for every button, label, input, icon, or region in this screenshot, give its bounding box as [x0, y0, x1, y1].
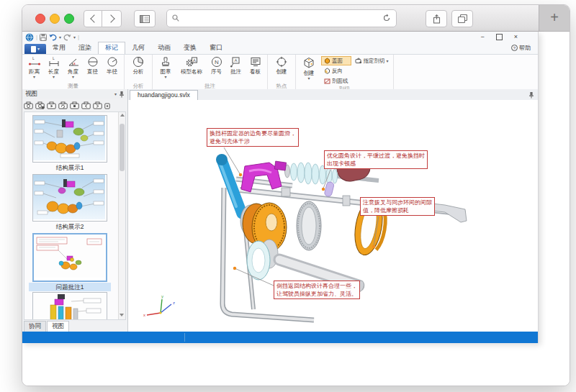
forward-button[interactable]: [102, 10, 122, 27]
tab-collaboration[interactable]: 协同: [24, 321, 46, 332]
thumbnail-image: [34, 234, 104, 278]
undo-dropdown-icon[interactable]: ▾: [59, 36, 61, 39]
zoom-traffic-light[interactable]: [64, 14, 74, 24]
status-bar: [22, 332, 538, 343]
tab-window[interactable]: 窗口: [203, 42, 229, 54]
maximize-button[interactable]: [496, 34, 503, 40]
save-icon[interactable]: [40, 34, 47, 41]
help-button[interactable]: ? 帮助: [511, 44, 531, 52]
reload-icon[interactable]: [382, 14, 391, 22]
length-button[interactable]: L 长度 ▾: [44, 55, 63, 78]
annotation-callout-3[interactable]: 注意拨叉与同步环间的间隙 值，降低摩擦损耗: [360, 197, 435, 216]
prev-view-icon[interactable]: [81, 101, 91, 109]
file-menu-button[interactable]: ▾: [24, 44, 46, 54]
analysis-icon: [132, 56, 145, 68]
thumbnail-scrollbar[interactable]: [118, 112, 125, 319]
tab-geometry[interactable]: 几何: [125, 42, 151, 54]
section-line-toggle[interactable]: 剖面线: [321, 76, 351, 86]
tab-markup[interactable]: 标记: [98, 42, 125, 54]
cap-face-toggle[interactable]: 盖面: [321, 56, 351, 65]
loop-views-icon[interactable]: [58, 101, 68, 109]
next-view-icon[interactable]: [93, 101, 102, 109]
chevron-down-icon[interactable]: ▾: [387, 60, 389, 63]
tab-transform[interactable]: 变换: [177, 42, 203, 54]
back-icon: [90, 14, 98, 22]
assign-section-button[interactable]: 指定剖切 ▾: [353, 57, 391, 65]
new-tab-button[interactable]: +: [539, 5, 570, 31]
view-thumbnail-structure1[interactable]: 结构展示1: [29, 115, 111, 172]
scroll-up-icon[interactable]: [120, 114, 125, 117]
tab-views[interactable]: 视图: [47, 321, 69, 332]
tab-animation[interactable]: 动画: [151, 42, 177, 54]
back-button[interactable]: [84, 10, 104, 27]
ribbon-group-section: 创建 ▾ 盖面: [296, 55, 394, 90]
analysis-button[interactable]: 分析: [127, 55, 150, 76]
radius-button[interactable]: 半径: [102, 55, 122, 76]
views-toolbar: [24, 99, 126, 111]
stamp-button[interactable]: 图章 ▾: [155, 55, 176, 78]
annotation-icon: A: [230, 56, 243, 68]
section-cube-icon: [302, 56, 316, 69]
hotspot-icon: [275, 56, 288, 68]
annotation-button[interactable]: A 批注: [226, 55, 246, 76]
close-traffic-light[interactable]: [35, 14, 45, 24]
diameter-button[interactable]: 直径: [83, 55, 102, 76]
svg-text:A: A: [234, 58, 237, 63]
ribbon-tab-row: ▾ 常用 渲染 标记 几何 动画 变换 窗口: [22, 42, 538, 54]
address-search-field[interactable]: [166, 9, 397, 27]
capture-view-icon[interactable]: [24, 101, 33, 109]
chevron-down-icon[interactable]: ▾: [164, 76, 166, 78]
tab-render[interactable]: 渲染: [72, 42, 98, 54]
tab-common[interactable]: 常用: [46, 42, 72, 54]
view-thumbnail-problem-annotation[interactable]: 问题批注1: [29, 233, 111, 291]
play-views-icon[interactable]: [47, 101, 56, 109]
hotspot-create-button[interactable]: 创建: [270, 55, 293, 76]
thumbnail-image: [33, 116, 105, 160]
pin-icon[interactable]: [528, 91, 534, 99]
chevron-down-icon: ▾: [37, 47, 40, 50]
board-button[interactable]: 看板: [246, 55, 265, 76]
document-tab[interactable]: huandangjigou.svlx: [130, 90, 198, 101]
annotation-callout-4[interactable]: 倒挡返回结构设计再合理一些， 让驾驶员操纵更加省力、灵活。: [274, 281, 360, 299]
annotation-callout-2[interactable]: 优化圆角设计，平缓过渡，避免换挡时 出现卡顿感: [324, 150, 428, 169]
ribbon: L 距离 ▾ L: [22, 54, 538, 91]
model-name-button[interactable]: A 模型名称: [176, 55, 207, 76]
close-button[interactable]: ×: [514, 33, 518, 40]
share-button[interactable]: [426, 10, 447, 27]
distance-button[interactable]: L 距离 ▾: [24, 55, 44, 78]
coordinate-triad: x y z: [143, 294, 175, 317]
scrollbar-thumb[interactable]: [120, 124, 125, 171]
view-thumbnail-structure2[interactable]: 结构展示2: [29, 174, 111, 231]
chevron-down-icon[interactable]: ▾: [53, 76, 55, 78]
sequence-number-button[interactable]: N 序号: [207, 55, 226, 76]
chevron-down-icon[interactable]: ▾: [33, 76, 35, 78]
views-panel: 视图 ▾: [22, 89, 128, 332]
view-thumbnail-partial[interactable]: [29, 292, 111, 320]
tabs-icon: [458, 14, 467, 23]
model-name-icon: A: [185, 56, 198, 68]
cap-face-icon: [324, 58, 330, 64]
scroll-down-icon[interactable]: [120, 314, 124, 316]
sidebar-toggle-button[interactable]: [134, 10, 156, 27]
minimize-traffic-light[interactable]: [50, 14, 60, 24]
undo-icon[interactable]: [49, 34, 57, 41]
divider: |: [36, 34, 37, 40]
tab-overview-button[interactable]: [451, 10, 473, 27]
chevron-down-icon[interactable]: ▾: [114, 93, 117, 96]
chevron-down-icon[interactable]: ▾: [307, 77, 310, 80]
section-create-button[interactable]: 创建 ▾: [298, 55, 320, 80]
more-views-icon[interactable]: [104, 101, 110, 109]
minimize-button[interactable]: −: [480, 33, 484, 40]
assign-section-icon: [355, 58, 362, 64]
reverse-toggle[interactable]: 反向: [321, 66, 351, 76]
cad-application: | ▾ ▾ |: [22, 32, 539, 343]
chevron-down-icon[interactable]: ▾: [72, 76, 74, 78]
annotation-callout-1[interactable]: 换挡杆固定器的边角要尽量圆滑， 避免与壳体干涉: [207, 128, 299, 147]
redo-dropdown-icon[interactable]: ▾: [73, 36, 76, 39]
angle-button[interactable]: a 角度 ▾: [63, 55, 83, 78]
stop-views-icon[interactable]: [70, 101, 79, 109]
redo-icon[interactable]: [63, 34, 71, 41]
model-canvas[interactable]: x y z 换挡杆固定器的边角要尽量圆滑， 避免与壳体干涉 优化圆角设计，平缓过…: [128, 100, 538, 332]
update-view-icon[interactable]: [35, 101, 45, 109]
pin-icon[interactable]: [119, 91, 125, 98]
